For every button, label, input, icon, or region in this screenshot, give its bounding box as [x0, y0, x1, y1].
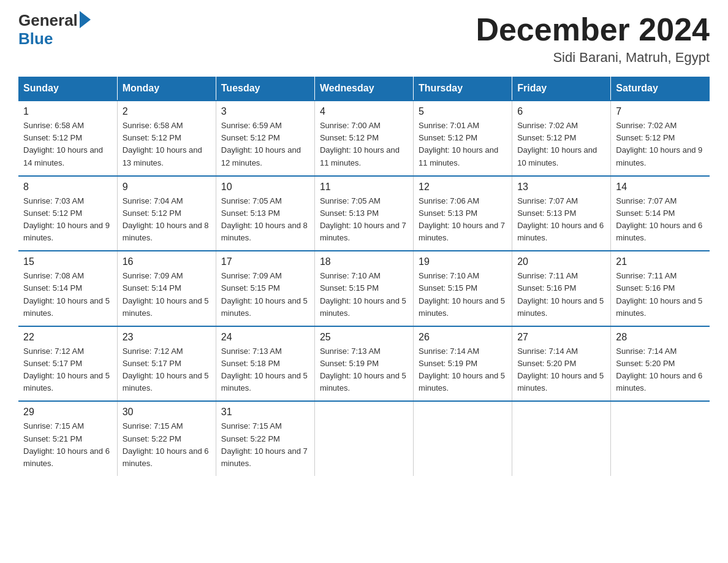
- header-monday: Monday: [117, 77, 216, 101]
- day-number: 22: [23, 332, 112, 343]
- day-number: 6: [517, 106, 605, 117]
- day-info: Sunrise: 7:06 AM Sunset: 5:13 PM Dayligh…: [419, 195, 507, 245]
- day-info: Sunrise: 7:15 AM Sunset: 5:22 PM Dayligh…: [123, 420, 211, 470]
- day-number: 15: [23, 256, 112, 267]
- day-number: 2: [123, 106, 211, 117]
- calendar-day-cell: 2 Sunrise: 6:58 AM Sunset: 5:12 PM Dayli…: [117, 101, 216, 176]
- calendar-day-cell: 10 Sunrise: 7:05 AM Sunset: 5:13 PM Dayl…: [216, 176, 314, 251]
- day-info: Sunrise: 7:01 AM Sunset: 5:12 PM Dayligh…: [419, 120, 507, 169]
- day-number: 27: [517, 332, 605, 343]
- day-number: 23: [123, 332, 211, 343]
- day-info: Sunrise: 7:02 AM Sunset: 5:12 PM Dayligh…: [616, 120, 705, 169]
- calendar-day-cell: 27 Sunrise: 7:14 AM Sunset: 5:20 PM Dayl…: [512, 326, 611, 402]
- day-number: 20: [517, 256, 605, 267]
- day-number: 16: [123, 256, 211, 267]
- day-number: 13: [517, 182, 605, 193]
- day-info: Sunrise: 7:07 AM Sunset: 5:14 PM Dayligh…: [616, 195, 705, 245]
- calendar-day-cell: [512, 401, 611, 476]
- calendar-day-cell: 20 Sunrise: 7:11 AM Sunset: 5:16 PM Dayl…: [512, 251, 611, 326]
- calendar-day-cell: [611, 401, 710, 476]
- calendar-day-cell: 14 Sunrise: 7:07 AM Sunset: 5:14 PM Dayl…: [611, 176, 710, 251]
- calendar-day-cell: 5 Sunrise: 7:01 AM Sunset: 5:12 PM Dayli…: [414, 101, 512, 176]
- calendar-day-cell: 19 Sunrise: 7:10 AM Sunset: 5:15 PM Dayl…: [414, 251, 512, 326]
- header-friday: Friday: [512, 77, 611, 101]
- day-info: Sunrise: 7:15 AM Sunset: 5:21 PM Dayligh…: [23, 420, 112, 470]
- logo-general-text: General: [18, 12, 78, 28]
- day-number: 9: [123, 182, 211, 193]
- calendar-day-cell: 28 Sunrise: 7:14 AM Sunset: 5:20 PM Dayl…: [611, 326, 710, 402]
- day-number: 7: [616, 106, 705, 117]
- logo-arrow-icon: [80, 11, 91, 28]
- day-info: Sunrise: 7:02 AM Sunset: 5:12 PM Dayligh…: [517, 120, 605, 169]
- header-sunday: Sunday: [18, 77, 117, 101]
- calendar-day-cell: 4 Sunrise: 7:00 AM Sunset: 5:12 PM Dayli…: [314, 101, 413, 176]
- day-info: Sunrise: 7:11 AM Sunset: 5:16 PM Dayligh…: [517, 270, 605, 320]
- day-number: 28: [616, 332, 705, 343]
- day-info: Sunrise: 7:09 AM Sunset: 5:15 PM Dayligh…: [221, 270, 309, 320]
- logo: General Blue: [18, 12, 91, 48]
- day-info: Sunrise: 7:05 AM Sunset: 5:13 PM Dayligh…: [221, 195, 309, 245]
- day-info: Sunrise: 7:10 AM Sunset: 5:15 PM Dayligh…: [419, 270, 507, 320]
- calendar-week-row: 1 Sunrise: 6:58 AM Sunset: 5:12 PM Dayli…: [18, 101, 710, 176]
- day-number: 10: [221, 182, 309, 193]
- day-number: 11: [320, 182, 408, 193]
- day-number: 29: [23, 407, 112, 418]
- day-number: 17: [221, 256, 309, 267]
- day-info: Sunrise: 7:15 AM Sunset: 5:22 PM Dayligh…: [221, 420, 309, 470]
- day-number: 24: [221, 332, 309, 343]
- calendar-week-row: 8 Sunrise: 7:03 AM Sunset: 5:12 PM Dayli…: [18, 176, 710, 251]
- page-header: General Blue December 2024 Sidi Barani, …: [18, 12, 710, 66]
- day-info: Sunrise: 6:58 AM Sunset: 5:12 PM Dayligh…: [23, 120, 112, 169]
- day-info: Sunrise: 7:12 AM Sunset: 5:17 PM Dayligh…: [23, 345, 112, 395]
- calendar-day-cell: 3 Sunrise: 6:59 AM Sunset: 5:12 PM Dayli…: [216, 101, 314, 176]
- calendar-day-cell: 1 Sunrise: 6:58 AM Sunset: 5:12 PM Dayli…: [18, 101, 117, 176]
- calendar-day-cell: 7 Sunrise: 7:02 AM Sunset: 5:12 PM Dayli…: [611, 101, 710, 176]
- calendar-day-cell: 29 Sunrise: 7:15 AM Sunset: 5:21 PM Dayl…: [18, 401, 117, 476]
- day-info: Sunrise: 7:09 AM Sunset: 5:14 PM Dayligh…: [123, 270, 211, 320]
- day-info: Sunrise: 7:14 AM Sunset: 5:20 PM Dayligh…: [517, 345, 605, 395]
- header-thursday: Thursday: [414, 77, 512, 101]
- calendar-header: Sunday Monday Tuesday Wednesday Thursday…: [18, 77, 710, 101]
- calendar-day-cell: 11 Sunrise: 7:05 AM Sunset: 5:13 PM Dayl…: [314, 176, 413, 251]
- day-info: Sunrise: 7:14 AM Sunset: 5:20 PM Dayligh…: [616, 345, 705, 395]
- day-info: Sunrise: 7:10 AM Sunset: 5:15 PM Dayligh…: [320, 270, 408, 320]
- calendar-day-cell: 26 Sunrise: 7:14 AM Sunset: 5:19 PM Dayl…: [414, 326, 512, 402]
- calendar-day-cell: [314, 401, 413, 476]
- calendar-day-cell: 13 Sunrise: 7:07 AM Sunset: 5:13 PM Dayl…: [512, 176, 611, 251]
- calendar-day-cell: [414, 401, 512, 476]
- calendar-day-cell: 17 Sunrise: 7:09 AM Sunset: 5:15 PM Dayl…: [216, 251, 314, 326]
- day-info: Sunrise: 7:13 AM Sunset: 5:19 PM Dayligh…: [320, 345, 408, 395]
- header-tuesday: Tuesday: [216, 77, 314, 101]
- calendar-subtitle: Sidi Barani, Matruh, Egypt: [476, 50, 710, 66]
- calendar-day-cell: 8 Sunrise: 7:03 AM Sunset: 5:12 PM Dayli…: [18, 176, 117, 251]
- header-wednesday: Wednesday: [314, 77, 413, 101]
- day-info: Sunrise: 6:59 AM Sunset: 5:12 PM Dayligh…: [221, 120, 309, 169]
- day-info: Sunrise: 7:11 AM Sunset: 5:16 PM Dayligh…: [616, 270, 705, 320]
- day-info: Sunrise: 7:08 AM Sunset: 5:14 PM Dayligh…: [23, 270, 112, 320]
- calendar-day-cell: 23 Sunrise: 7:12 AM Sunset: 5:17 PM Dayl…: [117, 326, 216, 402]
- day-number: 19: [419, 256, 507, 267]
- calendar-table: Sunday Monday Tuesday Wednesday Thursday…: [18, 77, 710, 476]
- calendar-day-cell: 9 Sunrise: 7:04 AM Sunset: 5:12 PM Dayli…: [117, 176, 216, 251]
- calendar-day-cell: 18 Sunrise: 7:10 AM Sunset: 5:15 PM Dayl…: [314, 251, 413, 326]
- day-info: Sunrise: 7:12 AM Sunset: 5:17 PM Dayligh…: [123, 345, 211, 395]
- day-info: Sunrise: 7:13 AM Sunset: 5:18 PM Dayligh…: [221, 345, 309, 395]
- calendar-day-cell: 21 Sunrise: 7:11 AM Sunset: 5:16 PM Dayl…: [611, 251, 710, 326]
- title-block: December 2024 Sidi Barani, Matruh, Egypt: [476, 12, 710, 66]
- calendar-day-cell: 22 Sunrise: 7:12 AM Sunset: 5:17 PM Dayl…: [18, 326, 117, 402]
- day-number: 26: [419, 332, 507, 343]
- calendar-day-cell: 15 Sunrise: 7:08 AM Sunset: 5:14 PM Dayl…: [18, 251, 117, 326]
- calendar-day-cell: 6 Sunrise: 7:02 AM Sunset: 5:12 PM Dayli…: [512, 101, 611, 176]
- calendar-title: December 2024: [476, 12, 710, 47]
- calendar-day-cell: 30 Sunrise: 7:15 AM Sunset: 5:22 PM Dayl…: [117, 401, 216, 476]
- day-number: 4: [320, 106, 408, 117]
- calendar-week-row: 15 Sunrise: 7:08 AM Sunset: 5:14 PM Dayl…: [18, 251, 710, 326]
- day-number: 21: [616, 256, 705, 267]
- header-row: Sunday Monday Tuesday Wednesday Thursday…: [18, 77, 710, 101]
- calendar-day-cell: 16 Sunrise: 7:09 AM Sunset: 5:14 PM Dayl…: [117, 251, 216, 326]
- calendar-day-cell: 12 Sunrise: 7:06 AM Sunset: 5:13 PM Dayl…: [414, 176, 512, 251]
- day-number: 25: [320, 332, 408, 343]
- day-number: 30: [123, 407, 211, 418]
- day-number: 1: [23, 106, 112, 117]
- day-info: Sunrise: 6:58 AM Sunset: 5:12 PM Dayligh…: [123, 120, 211, 169]
